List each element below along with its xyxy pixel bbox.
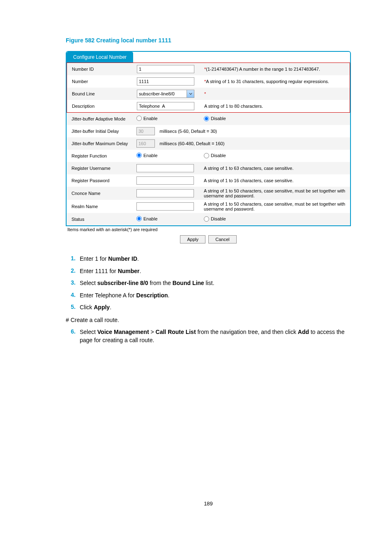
hint-number: *A string of 1 to 31 characters, support… — [198, 77, 350, 86]
row-cnonce: Cnonce Name A string of 1 to 50 characte… — [67, 187, 350, 200]
row-realm: Realm Name A string of 1 to 50 character… — [67, 200, 350, 213]
step-num: 2. — [66, 267, 76, 276]
row-description: Description A string of 1 to 80 characte… — [67, 100, 350, 112]
step-text: Enter 1 for Number ID. — [80, 255, 351, 263]
apply-button[interactable]: Apply — [180, 235, 205, 243]
reg-function-enable-radio[interactable] — [136, 153, 142, 158]
steps-list: 1.Enter 1 for Number ID. 2.Enter 1111 fo… — [66, 255, 351, 312]
cnonce-input[interactable] — [136, 189, 194, 197]
hint-reg-username: A string of 1 to 63 characters, case sen… — [198, 164, 350, 172]
label-realm: Realm Name — [67, 202, 136, 211]
step-num: 3. — [66, 279, 76, 287]
hint-realm: A string of 1 to 50 characters, case sen… — [198, 200, 350, 213]
jitter-max-input — [136, 139, 155, 148]
hint-cnonce: A string of 1 to 50 characters, case sen… — [198, 187, 350, 200]
label-status: Status — [67, 214, 136, 224]
step-num: 6. — [66, 328, 76, 344]
label-jitter-initial: Jitter-buffer Initial Delay — [67, 126, 136, 136]
row-reg-username: Register Username A string of 1 to 63 ch… — [67, 162, 350, 174]
label-reg-password: Register Password — [67, 176, 136, 185]
required-fields-highlight: Number ID *(1-2147483647) A number in th… — [67, 63, 350, 113]
cancel-button[interactable]: Cancel — [208, 235, 236, 243]
row-reg-function: Register Function Enable Disable — [67, 150, 350, 162]
label-number: Number — [67, 76, 137, 86]
required-note: Items marked with an asterisk(*) are req… — [66, 227, 351, 232]
reg-username-input[interactable] — [136, 164, 194, 172]
step-text: Enter 1111 for Number. — [80, 267, 351, 276]
bound-line-select[interactable]: subscriber-line8/0 — [137, 90, 194, 98]
jitter-mode-enable-radio[interactable] — [136, 116, 142, 121]
step-num: 4. — [66, 292, 76, 300]
reg-password-input[interactable] — [136, 176, 194, 185]
step-num: 1. — [66, 255, 76, 263]
label-jitter-mode: Jitter-buffer Adaptive Mode — [67, 114, 136, 124]
row-bound-line: Bound Line subscriber-line8/0 * — [67, 88, 350, 100]
step-text: Select subscriber-line 8/0 from the Boun… — [80, 279, 351, 287]
row-status: Status Enable Disable — [67, 213, 350, 225]
label-cnonce: Cnonce Name — [67, 188, 136, 198]
label-bound-line: Bound Line — [67, 89, 137, 99]
label-reg-function: Register Function — [67, 151, 136, 161]
create-call-route-para: # Create a call route. — [66, 317, 351, 323]
figure-title: Figure 582 Creating local number 1111 — [66, 37, 351, 44]
label-reg-username: Register Username — [67, 163, 136, 173]
hint-jitter-initial: millisecs (5-60, Default = 30) — [159, 129, 217, 134]
row-number-id: Number ID *(1-2147483647) A number in th… — [67, 63, 350, 75]
tab-bar: Configure Local Number — [67, 52, 350, 63]
label-number-id: Number ID — [67, 64, 137, 74]
label-jitter-max: Jitter-buffer Maximum Delay — [67, 139, 136, 148]
status-enable-radio[interactable] — [136, 216, 142, 221]
row-jitter-mode: Jitter-buffer Adaptive Mode Enable Disab… — [67, 113, 350, 125]
hint-reg-password: A string of 1 to 16 characters, case sen… — [198, 176, 350, 185]
step-text: Click Apply. — [80, 304, 351, 312]
hint-bound-line: * — [198, 90, 350, 98]
description-input[interactable] — [137, 102, 194, 110]
row-reg-password: Register Password A string of 1 to 16 ch… — [67, 174, 350, 187]
step-text: Select Voice Management > Call Route Lis… — [80, 328, 351, 344]
hint-description: A string of 1 to 80 characters. — [198, 102, 350, 110]
config-panel: Configure Local Number Number ID *(1-214… — [66, 51, 351, 226]
step-num: 5. — [66, 304, 76, 312]
step-text: Enter Telephone A for Description. — [80, 292, 351, 300]
label-description: Description — [67, 101, 137, 111]
page-number: 189 — [66, 501, 351, 507]
reg-function-disable-radio[interactable] — [204, 153, 209, 158]
row-number: Number *A string of 1 to 31 characters, … — [67, 75, 350, 88]
row-jitter-max: Jitter-buffer Maximum Delay millisecs (6… — [67, 137, 350, 150]
jitter-initial-input — [136, 127, 155, 135]
row-jitter-initial: Jitter-buffer Initial Delay millisecs (5… — [67, 125, 350, 137]
jitter-mode-disable-radio[interactable] — [204, 116, 209, 121]
number-id-input[interactable] — [137, 65, 194, 73]
number-input[interactable] — [137, 77, 194, 86]
hint-number-id: *(1-2147483647) A number in the range 1 … — [198, 65, 350, 73]
realm-input[interactable] — [136, 202, 194, 211]
status-disable-radio[interactable] — [204, 216, 209, 222]
button-row: Apply Cancel — [66, 235, 351, 243]
chevron-down-icon — [187, 90, 194, 97]
tab-configure-local-number[interactable]: Configure Local Number — [67, 52, 133, 63]
hint-jitter-max: millisecs (60-480, Default = 160) — [159, 141, 224, 146]
